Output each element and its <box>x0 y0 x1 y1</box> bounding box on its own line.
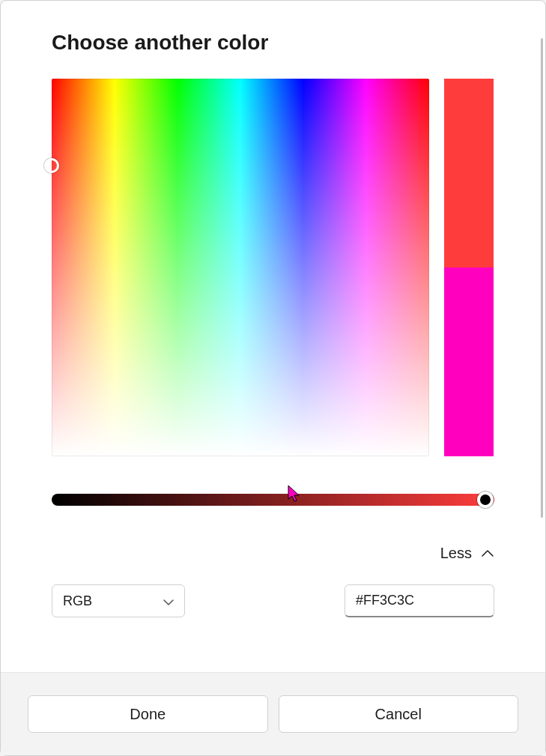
button-bar: Done Cancel <box>1 672 545 755</box>
chevron-down-icon <box>163 593 174 609</box>
color-mode-select-wrap: RGB <box>52 584 185 617</box>
cancel-button[interactable]: Cancel <box>279 695 519 733</box>
color-swatches <box>444 79 494 456</box>
color-mode-select[interactable]: RGB <box>52 584 185 617</box>
hex-input[interactable] <box>345 584 494 617</box>
chevron-up-icon <box>481 547 494 560</box>
less-toggle-label: Less <box>440 545 472 562</box>
picker-row <box>52 79 494 456</box>
done-button[interactable]: Done <box>28 695 268 733</box>
spectrum-cursor[interactable] <box>44 158 59 173</box>
scrollbar[interactable] <box>541 38 543 518</box>
color-spectrum-field[interactable] <box>52 79 429 456</box>
value-slider-track[interactable] <box>52 494 494 506</box>
dialog-title: Choose another color <box>52 31 494 55</box>
less-toggle[interactable]: Less <box>52 545 494 562</box>
color-mode-value: RGB <box>63 593 92 609</box>
swatch-previous[interactable] <box>444 267 494 456</box>
color-picker-dialog: Choose another color Less <box>0 0 546 756</box>
inputs-row: RGB <box>52 584 494 617</box>
dialog-content: Choose another color Less <box>1 1 545 672</box>
swatch-current[interactable] <box>444 79 494 267</box>
value-slider-container <box>52 491 494 509</box>
value-slider-thumb[interactable] <box>477 492 494 508</box>
